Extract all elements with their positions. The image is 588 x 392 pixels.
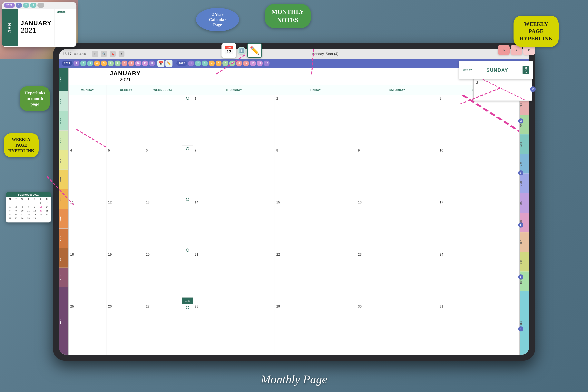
calendar-tool-big-icon[interactable]: 📅 [222,43,236,58]
pen-tool-icon[interactable]: ✏️ [166,60,172,67]
feb-cell[interactable]: 24 [19,216,25,220]
day-cell-20[interactable]: 20 [144,251,182,303]
day-cell-r1[interactable]: 1 [193,95,275,147]
day-cell-12[interactable]: 12 [106,199,144,251]
feb-cell[interactable]: 17 [19,213,25,216]
day-cell-27[interactable]: 27 [144,303,182,355]
bookmark-icon[interactable]: 🔖 [110,51,116,57]
month-tab-2022-6[interactable]: 6 [222,60,228,66]
month-tab-2022-3[interactable]: 3 [202,60,208,66]
month-tab-6[interactable]: 6 [108,60,114,66]
feb-cell[interactable]: 1 [7,205,13,209]
sidebar-month-jun[interactable]: JUN [59,170,68,189]
feb-cell[interactable]: 6 [38,201,44,205]
feb-cell[interactable]: 19 [32,213,38,216]
day-cell-r30[interactable]: 30 [356,303,438,355]
pen-tool-big-icon[interactable]: ✏️ [247,43,262,58]
day-cell-blank-2[interactable] [106,95,144,147]
year-tab-2021[interactable]: 2021 [62,61,72,66]
feb-cell[interactable]: 2 [13,205,19,209]
feb-cell[interactable]: 20 [38,209,44,213]
feb-cell[interactable]: 27 [38,213,44,216]
day3-overlay[interactable]: 3 53 [473,78,532,101]
day-cell-r14[interactable]: 14 [193,199,275,251]
checkbox-row0[interactable] [186,97,189,100]
day-cell-r17[interactable]: 17 [438,199,520,251]
day-cell-r31[interactable]: 31 [438,303,520,355]
feb-cell[interactable]: 15 [7,213,13,216]
day-cell-r24[interactable]: 24 [438,251,520,303]
day-cell-r15[interactable]: 15 [275,199,356,251]
feb-cell[interactable]: 4 [25,205,31,209]
day-cell-r9[interactable]: 9 [356,147,438,199]
feb-cell[interactable]: 26 [32,216,38,220]
jan-card-tab-2021[interactable]: 2021 [4,3,15,8]
month-tab-2[interactable]: 2 [80,60,86,66]
day-cell-26[interactable]: 26 [106,303,144,355]
sidebar-month-jan[interactable]: JAN [59,68,68,91]
month-tab-5[interactable]: 5 [101,60,107,66]
day-cell-blank-3[interactable] [144,95,182,147]
jan-card-tab-2[interactable]: 2 [23,3,29,8]
jan-card-tab-1[interactable]: 1 [16,3,22,8]
feb-cell[interactable]: 10 [19,209,25,213]
sidebar-month-mar[interactable]: MAR [59,111,68,130]
month-tab-1[interactable]: 1 [74,60,80,66]
month-tab-2022-5[interactable]: 5 [216,60,222,66]
feb-cell[interactable] [19,201,25,205]
day-cell-r8[interactable]: 8 [275,147,356,199]
day-cell-r10[interactable]: 10 [438,147,520,199]
feb-cell[interactable]: 9 [13,209,19,213]
checkbox-row3[interactable] [186,248,189,252]
share-icon[interactable]: ↑ [118,51,124,57]
info-icon[interactable]: ℹ️ [238,47,246,54]
feb-cell[interactable]: 23 [13,216,19,220]
month-tab-2022-1[interactable]: 1 [188,60,194,66]
day-cell-r21[interactable]: 21 [193,251,275,303]
feb-cell[interactable]: 3 [19,205,25,209]
sidebar-month-oct[interactable]: OCT [59,248,68,268]
day-cell-r16[interactable]: 16 [356,199,438,251]
day-cell-r-blank[interactable] [356,95,438,147]
grid-icon[interactable]: ⊞ [92,51,98,57]
day-cell-25[interactable]: 25 [68,303,106,355]
rms-jul[interactable]: JUL [520,193,529,213]
rms-apr[interactable]: APR [520,134,529,154]
day-cell-r29[interactable]: 29 [275,303,356,355]
rms-mar[interactable]: MAR [520,115,529,134]
month-tab-8[interactable]: 8 [122,60,128,66]
day-cell-r22[interactable]: 22 [275,251,356,303]
month-tab-7[interactable]: 7 [115,60,120,66]
feb-cell[interactable] [38,216,44,220]
feb-cell[interactable]: 25 [25,216,31,220]
right-tab-6[interactable]: 6 [498,45,510,55]
day-cell-r2[interactable]: 2 [275,95,356,147]
checkbox-row5[interactable] [186,306,189,309]
rms-jun[interactable]: JUN [520,174,529,193]
feb-cell[interactable]: 8 [7,209,13,213]
feb-cell[interactable]: 11 [25,209,31,213]
feb-cell[interactable] [13,201,19,205]
sidebar-month-apr[interactable]: APR [59,130,68,150]
day-cell-11[interactable]: 11 [68,199,106,251]
checkbox-row2[interactable] [186,198,189,201]
sidebar-month-dec[interactable]: DEC [59,287,68,355]
feb-cell[interactable]: 28 [44,213,50,216]
month-tab-2022-12[interactable]: 12 [264,60,270,66]
checkbox-row1[interactable] [186,147,189,150]
month-tab-2022-11[interactable]: 11 [257,60,263,66]
day-cell-6[interactable]: 6 [144,147,182,199]
sidebar-month-feb[interactable]: FEB [59,91,68,111]
sidebar-month-jul[interactable]: JUL [59,189,68,209]
feb-cell[interactable] [7,201,13,205]
month-tab-2022-7[interactable]: 7 [229,60,235,66]
feb-cell[interactable]: 18 [25,213,31,216]
day-cell-4[interactable]: 4 [68,147,106,199]
month-tab-2022-4[interactable]: 4 [209,60,214,66]
search-icon[interactable]: 🔍 [101,51,107,57]
sidebar-month-sep[interactable]: SEP [59,228,68,248]
month-tab-9[interactable]: 9 [128,60,134,66]
sidebar-month-aug[interactable]: AUG [59,209,68,228]
feb-cell[interactable]: 13 [38,205,44,209]
month-tab-2022-8[interactable]: 8 [236,60,242,66]
